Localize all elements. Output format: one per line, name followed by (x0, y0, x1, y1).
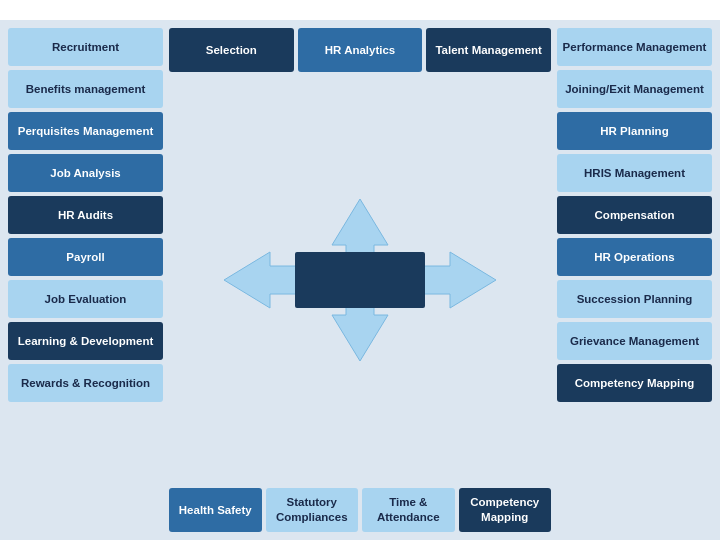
top-row: SelectionHR AnalyticsTalent Management (169, 28, 551, 72)
right-tile-7[interactable]: Grievance Management (557, 322, 712, 360)
top-tile-2[interactable]: Talent Management (426, 28, 551, 72)
left-tile-5[interactable]: Payroll (8, 238, 163, 276)
center-area: SelectionHR AnalyticsTalent Management (163, 28, 557, 532)
right-tile-1[interactable]: Joining/Exit Management (557, 70, 712, 108)
right-column: Performance ManagementJoining/Exit Manag… (557, 28, 712, 532)
bottom-tile-0[interactable]: Health Safety (169, 488, 262, 532)
right-tile-2[interactable]: HR Planning (557, 112, 712, 150)
left-tile-0[interactable]: Recruitment (8, 28, 163, 66)
center-middle (169, 72, 551, 488)
main-content: RecruitmentBenefits managementPerquisite… (0, 20, 720, 540)
right-tile-0[interactable]: Performance Management (557, 28, 712, 66)
left-tile-2[interactable]: Perquisites Management (8, 112, 163, 150)
top-tile-0[interactable]: Selection (169, 28, 294, 72)
right-tile-4[interactable]: Compensation (557, 196, 712, 234)
bottom-tile-1[interactable]: Statutory Compliances (266, 488, 359, 532)
left-tile-6[interactable]: Job Evaluation (8, 280, 163, 318)
left-tile-1[interactable]: Benefits management (8, 70, 163, 108)
right-tile-5[interactable]: HR Operations (557, 238, 712, 276)
arrow-diagram (220, 195, 500, 365)
right-tile-6[interactable]: Succession Planning (557, 280, 712, 318)
left-tile-8[interactable]: Rewards & Recognition (8, 364, 163, 402)
bottom-row: Health SafetyStatutory CompliancesTime &… (169, 488, 551, 532)
center-label (295, 252, 425, 308)
left-column: RecruitmentBenefits managementPerquisite… (8, 28, 163, 532)
right-tile-8[interactable]: Competency Mapping (557, 364, 712, 402)
left-tile-3[interactable]: Job Analysis (8, 154, 163, 192)
left-tile-7[interactable]: Learning & Development (8, 322, 163, 360)
bottom-tile-3[interactable]: Competency Mapping (459, 488, 552, 532)
top-tile-1[interactable]: HR Analytics (298, 28, 423, 72)
left-tile-4[interactable]: HR Audits (8, 196, 163, 234)
header (0, 0, 720, 20)
bottom-tile-2[interactable]: Time & Attendance (362, 488, 455, 532)
right-tile-3[interactable]: HRIS Management (557, 154, 712, 192)
page: RecruitmentBenefits managementPerquisite… (0, 0, 720, 540)
